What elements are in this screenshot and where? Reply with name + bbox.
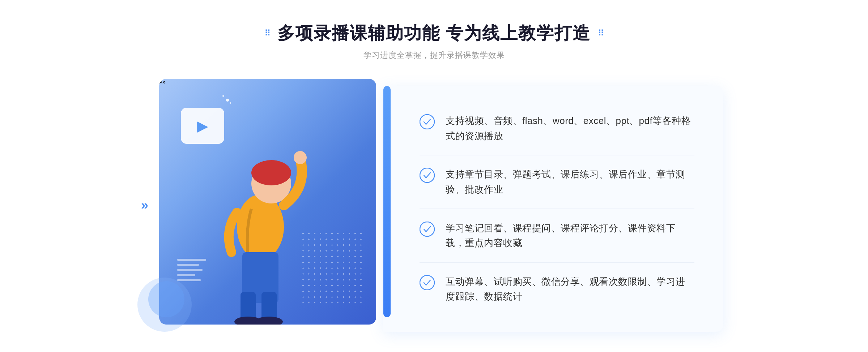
dot-icon-right: ⠿ [598,28,604,38]
sparkle3-decoration [230,102,231,104]
check-icon-2 [420,168,435,183]
feature-text-2: 支持章节目录、弹题考试、课后练习、课后作业、章节测验、批改作业 [446,167,694,197]
svg-point-8 [255,317,283,325]
page-subtitle: 学习进度全掌握，提升录播课教学效果 [363,50,505,61]
check-icon-1 [420,114,435,129]
illustration-container: »» [145,79,391,332]
page-title: 多项录播课辅助功能 专为线上教学打造 [277,22,590,45]
sparkle1-decoration [226,99,229,102]
svg-point-2 [251,160,291,185]
check-icon-3 [420,222,435,237]
feature-text-3: 学习笔记回看、课程提问、课程评论打分、课件资料下载，重点内容收藏 [446,221,694,251]
sparkle2-decoration [222,95,224,97]
content-area: »» 支持视频、音频、flash、word、excel、ppt、pdf等各种格式… [145,79,723,332]
feature-item-4: 互动弹幕、试听购买、微信分享、观看次数限制、学习进度跟踪、数据统计 [420,267,694,312]
header-section: ⠿ 多项录播课辅助功能 专为线上教学打造 ⠿ 学习进度全掌握，提升录播课教学效果 [264,22,603,61]
svg-point-10 [420,168,434,183]
feature-item-2: 支持章节目录、弹题考试、课后练习、课后作业、章节测验、批改作业 [420,160,694,204]
feature-text-4: 互动弹幕、试听购买、微信分享、观看次数限制、学习进度跟踪、数据统计 [446,274,694,304]
features-panel: 支持视频、音频、flash、word、excel、ppt、pdf等各种格式的资源… [383,86,723,332]
feature-divider-1 [420,155,694,155]
svg-point-11 [420,222,434,236]
feature-item-1: 支持视频、音频、flash、word、excel、ppt、pdf等各种格式的资源… [420,106,694,151]
feature-text-1: 支持视频、音频、flash、word、excel、ppt、pdf等各种格式的资源… [446,113,694,143]
deco-circle-inner [148,281,184,317]
svg-point-9 [420,115,434,129]
svg-point-3 [294,151,307,164]
feature-divider-2 [420,209,694,209]
feature-item-3: 学习笔记回看、课程提问、课程评论打分、课件资料下载，重点内容收藏 [420,214,694,258]
svg-point-12 [420,275,434,290]
deco-line-4 [177,274,195,276]
illustration-card: »» [159,79,376,325]
title-row: ⠿ 多项录播课辅助功能 专为线上教学打造 ⠿ [264,22,603,45]
blue-bar-decoration [383,86,391,317]
check-icon-4 [420,275,435,290]
person-illustration [195,115,326,325]
dot-icon-left: ⠿ [264,28,270,38]
feature-divider-3 [420,262,694,263]
svg-point-0 [237,194,284,259]
